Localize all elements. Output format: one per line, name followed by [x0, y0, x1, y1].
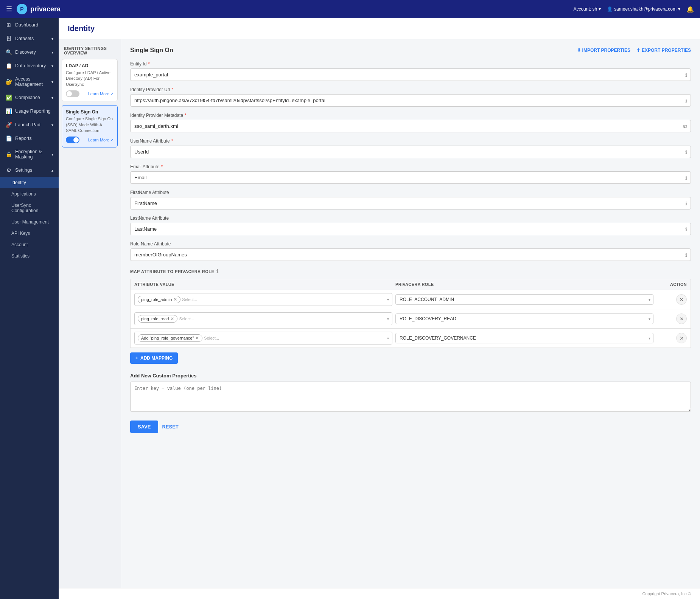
- idp-metadata-input[interactable]: [130, 120, 691, 132]
- sidebar-item-discovery[interactable]: 🔍 Discovery ▾: [0, 45, 59, 59]
- dashboard-icon: ⊞: [5, 22, 12, 28]
- left-panel-title: Identity Settings Overview: [59, 44, 121, 59]
- info-icon: ℹ: [685, 98, 687, 103]
- map-attribute-section: MAP ATTRIBUTE TO PRIVACERA ROLE ℹ ATTRIB…: [130, 268, 691, 364]
- sidebar-sub-item-api-keys[interactable]: API Keys: [0, 228, 59, 239]
- account-chevron-icon: ▾: [599, 6, 601, 12]
- dropdown-arrow-icon: ▾: [387, 317, 389, 321]
- role-select-wrapper-3: ROLE_ACCOUNT_ADMIN ROLE_DISCOVERY_READ R…: [395, 333, 653, 343]
- idp-url-input[interactable]: [130, 94, 691, 107]
- tag-input-placeholder: Select...: [182, 297, 197, 302]
- sso-actions: ⬇ IMPORT PROPERTIES ⬆ EXPORT PROPERTIES: [577, 48, 691, 53]
- discovery-icon: 🔍: [5, 49, 12, 55]
- save-button[interactable]: SAVE: [130, 421, 158, 433]
- chevron-down-icon: ▾: [51, 80, 53, 84]
- footer-text: Copyright Privacera, Inc ©: [642, 591, 691, 596]
- required-marker: *: [171, 138, 173, 144]
- chevron-down-icon: ▾: [51, 50, 53, 54]
- form-actions: SAVE RESET: [130, 421, 691, 433]
- entity-id-wrapper: ℹ: [130, 68, 691, 81]
- tag-remove-icon[interactable]: ✕: [195, 335, 199, 341]
- sidebar-sub-item-statistics[interactable]: Statistics: [0, 250, 59, 262]
- info-icon: ℹ: [685, 226, 687, 232]
- sso-learn-more-link[interactable]: Learn More ↗: [88, 138, 114, 143]
- privacera-role-select-2[interactable]: ROLE_ACCOUNT_ADMIN ROLE_DISCOVERY_READ R…: [395, 313, 653, 324]
- page-header: Identity: [59, 18, 700, 39]
- privacera-role-select-1[interactable]: ROLE_ACCOUNT_ADMIN ROLE_DISCOVERY_READ R…: [395, 294, 653, 305]
- page-title: Identity: [68, 24, 95, 33]
- sidebar-item-label: Compliance: [15, 95, 40, 100]
- sidebar-item-usage-reporting[interactable]: 📊 Usage Reporting: [0, 104, 59, 118]
- sidebar: ⊞ Dashboard 🗄 Datasets ▾ 🔍 Discovery ▾ 📋…: [0, 18, 59, 599]
- row-action-3: ✕: [656, 333, 687, 343]
- sidebar-item-datasets[interactable]: 🗄 Datasets ▾: [0, 32, 59, 45]
- attr-value-input-2[interactable]: ping_role_read ✕ Select... ▾: [134, 312, 392, 325]
- tag-remove-icon[interactable]: ✕: [173, 297, 177, 302]
- notifications-bell-icon[interactable]: 🔔: [686, 6, 694, 13]
- delete-row-button-1[interactable]: ✕: [676, 294, 687, 305]
- sidebar-item-data-inventory[interactable]: 📋 Data Inventory ▾: [0, 59, 59, 73]
- sso-section-header: Single Sign On ⬇ IMPORT PROPERTIES ⬆ EXP…: [130, 47, 691, 54]
- sso-toggle[interactable]: [66, 137, 79, 143]
- copy-icon[interactable]: ⧉: [683, 123, 687, 129]
- map-row: Add "ping_role_governance" ✕ Select... ▾…: [130, 329, 691, 348]
- import-properties-button[interactable]: ⬇ IMPORT PROPERTIES: [577, 48, 630, 53]
- sidebar-sub-item-usersync[interactable]: UserSync Configuration: [0, 200, 59, 216]
- delete-row-button-3[interactable]: ✕: [676, 333, 687, 343]
- ldap-card-desc: Configure LDAP / Active Directory (AD) F…: [66, 70, 114, 87]
- sidebar-item-compliance[interactable]: ✅ Compliance ▾: [0, 91, 59, 104]
- ldap-card-title: LDAP / AD: [66, 63, 114, 68]
- ldap-card[interactable]: LDAP / AD Configure LDAP / Active Direct…: [62, 59, 118, 101]
- sidebar-item-reports[interactable]: 📄 Reports: [0, 132, 59, 145]
- firstname-attr-input[interactable]: [130, 197, 691, 209]
- tag-remove-icon[interactable]: ✕: [170, 316, 174, 321]
- account-selector[interactable]: Account: sh ▾: [573, 6, 601, 12]
- user-menu[interactable]: 👤 sameer.shaikh@privacera.com ▾: [607, 6, 680, 12]
- lastname-attr-input[interactable]: [130, 223, 691, 235]
- sidebar-item-encryption-masking[interactable]: 🔒 Encryption & Masking ▾: [0, 145, 59, 163]
- tag-input-placeholder: Select...: [204, 336, 219, 340]
- sidebar-sub-item-user-management[interactable]: User Management: [0, 216, 59, 228]
- sidebar-sub-item-account[interactable]: Account: [0, 239, 59, 250]
- user-chevron-icon: ▾: [678, 6, 680, 12]
- add-mapping-button[interactable]: + ADD MAPPING: [130, 352, 178, 364]
- sidebar-sub-item-identity[interactable]: Identity: [0, 177, 59, 188]
- delete-row-button-2[interactable]: ✕: [676, 313, 687, 324]
- data-inventory-icon: 📋: [5, 63, 12, 69]
- sso-card-desc: Configure Single Sign On (SSO) Mode With…: [66, 116, 114, 133]
- required-marker: *: [171, 87, 173, 92]
- map-section-info-icon: ℹ: [216, 268, 219, 274]
- entity-id-input[interactable]: [130, 68, 691, 81]
- sso-card[interactable]: Single Sign On Configure Single Sign On …: [62, 105, 118, 147]
- plus-icon: +: [135, 355, 138, 361]
- sidebar-item-dashboard[interactable]: ⊞ Dashboard: [0, 18, 59, 32]
- sidebar-item-label: Discovery: [15, 50, 36, 55]
- ldap-learn-more-link[interactable]: Learn More ↗: [88, 92, 114, 96]
- ldap-toggle[interactable]: [66, 90, 79, 97]
- hamburger-icon[interactable]: ☰: [6, 5, 12, 13]
- chevron-down-icon: ▾: [51, 123, 53, 127]
- sidebar-item-launch-pad[interactable]: 🚀 Launch Pad ▾: [0, 118, 59, 132]
- export-properties-button[interactable]: ⬆ EXPORT PROPERTIES: [636, 48, 691, 53]
- reset-button[interactable]: RESET: [162, 421, 178, 433]
- username-attr-input[interactable]: [130, 146, 691, 158]
- tag: ping_role_read ✕: [138, 315, 177, 323]
- compliance-icon: ✅: [5, 95, 12, 101]
- email-attr-input[interactable]: [130, 171, 691, 184]
- tag: ping_role_admin ✕: [138, 296, 180, 303]
- username-attr-group: UserName Attribute * ℹ: [130, 138, 691, 158]
- sidebar-item-label: Usage Reporting: [15, 109, 51, 114]
- sidebar-item-label: Reports: [15, 136, 32, 141]
- role-name-attr-input[interactable]: [130, 248, 691, 261]
- privacera-role-select-3[interactable]: ROLE_ACCOUNT_ADMIN ROLE_DISCOVERY_READ R…: [395, 333, 653, 343]
- download-icon: ⬇: [577, 48, 581, 53]
- col-privacera-role-header: PRIVACERA ROLE: [395, 282, 653, 287]
- custom-props-textarea[interactable]: [130, 382, 691, 412]
- attr-value-input-1[interactable]: ping_role_admin ✕ Select... ▾: [134, 293, 392, 306]
- sidebar-item-access-management[interactable]: 🔐 Access Management ▾: [0, 73, 59, 91]
- attr-value-input-3[interactable]: Add "ping_role_governance" ✕ Select... ▾: [134, 332, 392, 345]
- sidebar-item-settings[interactable]: ⚙ Settings ▴: [0, 163, 59, 177]
- tag: Add "ping_role_governance" ✕: [138, 334, 202, 342]
- sidebar-item-label: Access Management: [15, 76, 48, 87]
- sidebar-sub-item-applications[interactable]: Applications: [0, 188, 59, 200]
